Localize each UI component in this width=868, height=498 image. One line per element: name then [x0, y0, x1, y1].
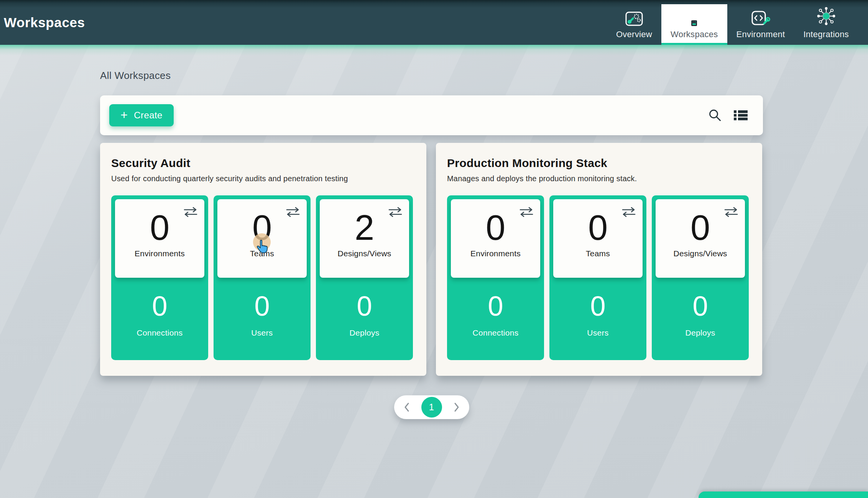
create-button-label: Create	[134, 110, 162, 121]
current-page-badge[interactable]: 1	[421, 397, 442, 418]
stat-tiles: 0 Environments 0 Connections	[111, 195, 415, 360]
workspace-description: Used for conducting quarterly security a…	[111, 174, 415, 183]
stat-column-teams: 0 Teams 0 Users	[214, 195, 311, 360]
header-glow-band	[0, 45, 868, 56]
stat-value: 0	[486, 210, 505, 245]
stat-label: Teams	[586, 249, 610, 258]
stat-label: Deploys	[350, 328, 380, 337]
next-page-button[interactable]	[453, 402, 460, 413]
stat-label: Users	[251, 328, 273, 337]
stat-column-designs: 2 Designs/Views 0 Deploys	[316, 195, 413, 360]
nav-tab-label: Workspaces	[671, 29, 718, 39]
stat-tile-environments[interactable]: 0 Environments	[451, 199, 540, 278]
top-nav: Overview Workspaces Envir	[607, 0, 858, 45]
stat-value: 0	[488, 292, 503, 320]
nav-tab-environment[interactable]: Environment	[727, 0, 794, 45]
stat-column-environments: 0 Environments 0 Connections	[447, 195, 544, 360]
workspaces-toolbar: + Create	[100, 95, 763, 135]
swap-icon[interactable]	[519, 207, 534, 219]
stat-label: Connections	[136, 328, 182, 337]
stat-value: 0	[357, 292, 372, 320]
stat-tile-connections[interactable]: 0 Connections	[451, 278, 540, 337]
pagination-row: 1	[100, 395, 763, 419]
stat-tile-connections[interactable]: 0 Connections	[115, 278, 204, 337]
stat-label: Connections	[472, 328, 518, 337]
stat-tile-users[interactable]: 0 Users	[217, 278, 307, 337]
workspace-card-production-monitoring[interactable]: Production Monitoring Stack Manages and …	[436, 143, 762, 376]
stat-value: 0	[692, 292, 708, 320]
stat-label: Deploys	[686, 328, 715, 337]
stat-value: 0	[252, 210, 272, 245]
stat-column-teams: 0 Teams 0 Users	[549, 195, 646, 360]
nav-tab-workspaces[interactable]: Workspaces	[661, 4, 727, 45]
stat-value: 0	[588, 210, 608, 245]
page-title: Workspaces	[4, 15, 85, 30]
stat-value: 0	[690, 210, 710, 245]
stat-value: 2	[355, 210, 374, 245]
stat-tiles: 0 Environments 0 Connections	[447, 195, 751, 360]
bottom-right-panel[interactable]	[699, 491, 868, 498]
stat-value: 0	[254, 292, 270, 320]
stat-tile-deploys[interactable]: 0 Deploys	[656, 278, 745, 337]
stat-tile-teams[interactable]: 0 Teams	[553, 199, 643, 278]
workspace-card-security-audit[interactable]: Security Audit Used for conducting quart…	[100, 143, 426, 376]
workspace-description: Manages and deploys the production monit…	[447, 174, 751, 183]
workspace-title: Production Monitoring Stack	[447, 157, 751, 170]
plus-icon: +	[120, 109, 128, 121]
stat-column-environments: 0 Environments 0 Connections	[111, 195, 208, 360]
stat-label: Environments	[135, 249, 185, 258]
pagination: 1	[394, 395, 469, 419]
overview-icon	[625, 5, 643, 26]
app-header: Workspaces Overview Worksp	[0, 0, 868, 45]
stat-label: Teams	[250, 249, 274, 258]
swap-icon[interactable]	[183, 207, 198, 219]
previous-page-button[interactable]	[403, 402, 410, 413]
search-icon[interactable]	[708, 108, 722, 123]
environment-icon	[751, 5, 770, 26]
nav-tab-label: Overview	[616, 29, 652, 39]
stat-tile-environments[interactable]: 0 Environments	[115, 199, 204, 278]
stat-tile-deploys[interactable]: 0 Deploys	[320, 278, 409, 337]
integrations-icon	[816, 5, 836, 26]
workspaces-icon	[691, 5, 697, 26]
list-view-icon[interactable]	[734, 110, 748, 121]
workspace-title: Security Audit	[111, 157, 415, 170]
main-content: All Workspaces + Create	[100, 70, 763, 419]
stat-tile-users[interactable]: 0 Users	[553, 278, 643, 337]
stat-label: Designs/Views	[338, 249, 391, 258]
nav-tab-overview[interactable]: Overview	[607, 0, 661, 45]
nav-tab-label: Integrations	[803, 29, 849, 39]
swap-icon[interactable]	[621, 207, 636, 219]
stat-tile-designs[interactable]: 2 Designs/Views	[320, 199, 409, 278]
create-button[interactable]: + Create	[109, 104, 174, 126]
workspace-cards: Security Audit Used for conducting quart…	[100, 143, 763, 376]
stat-label: Designs/Views	[674, 249, 727, 258]
stat-value: 0	[590, 292, 605, 320]
swap-icon[interactable]	[388, 207, 403, 219]
swap-icon[interactable]	[285, 207, 301, 219]
stat-column-designs: 0 Designs/Views 0 Deploys	[652, 195, 749, 360]
toolbar-icons	[708, 108, 748, 123]
nav-tab-label: Environment	[736, 29, 785, 39]
section-title: All Workspaces	[100, 70, 763, 82]
stat-tile-designs[interactable]: 0 Designs/Views	[656, 199, 745, 278]
nav-tab-integrations[interactable]: Integrations	[794, 0, 858, 45]
stat-value: 0	[150, 210, 169, 245]
stat-value: 0	[152, 292, 167, 320]
stat-label: Environments	[470, 249, 521, 258]
stat-label: Users	[587, 328, 608, 337]
stat-tile-teams[interactable]: 0 Teams	[217, 199, 307, 278]
swap-icon[interactable]	[723, 207, 739, 219]
